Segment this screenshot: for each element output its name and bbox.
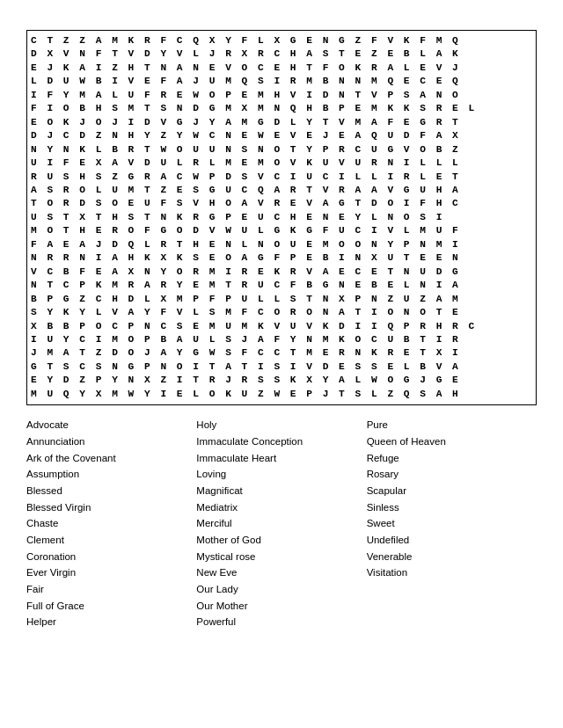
word-item: Our Lady [196, 582, 366, 597]
puzzle-grid: C T Z Z A M K R F C Q X Y F L X G E N G … [31, 34, 532, 401]
word-item: Sweet [367, 516, 537, 531]
word-item: Ever Virgin [26, 565, 196, 580]
word-item: Pure [367, 418, 537, 433]
word-item: Refuge [367, 451, 537, 466]
word-item: Assumption [26, 467, 196, 482]
word-item: Rosary [367, 467, 537, 482]
word-item: Undefiled [367, 533, 537, 548]
word-item: Immaculate Heart [196, 451, 366, 466]
word-column-0: AdvocateAnnunciationArk of the CovenantA… [26, 418, 196, 630]
word-item: Sinless [367, 500, 537, 515]
word-item: Merciful [196, 516, 366, 531]
word-item: Helper [26, 615, 196, 630]
word-item: Venerable [367, 550, 537, 564]
word-item: Mediatrix [196, 500, 366, 515]
word-item: Clement [26, 533, 196, 548]
word-item: Chaste [26, 516, 196, 531]
word-item: Magnificat [196, 484, 366, 499]
word-item: Loving [196, 467, 366, 482]
word-item: Mother of God [196, 533, 366, 548]
word-item: Scapular [367, 484, 537, 499]
word-column-2: PureQueen of HeavenRefugeRosaryScapularS… [367, 418, 537, 630]
word-item: Mystical rose [196, 550, 366, 564]
puzzle-container: C T Z Z A M K R F C Q X Y F L X G E N G … [26, 30, 537, 405]
word-list: AdvocateAnnunciationArk of the CovenantA… [26, 418, 537, 630]
word-item: Coronation [26, 550, 196, 564]
word-item: Queen of Heaven [367, 434, 537, 449]
word-item: Our Mother [196, 599, 366, 614]
word-item: Blessed Virgin [26, 500, 196, 515]
word-item: New Eve [196, 565, 366, 580]
word-item: Annunciation [26, 434, 196, 449]
word-item: Full of Grace [26, 599, 196, 614]
word-item: Holy [196, 418, 366, 433]
word-item: Fair [26, 582, 196, 597]
word-item: Blessed [26, 484, 196, 499]
page: C T Z Z A M K R F C Q X Y F L X G E N G … [0, 0, 563, 647]
word-column-1: HolyImmaculate ConceptionImmaculate Hear… [196, 418, 366, 630]
word-item: Advocate [26, 418, 196, 433]
word-item: Ark of the Covenant [26, 451, 196, 466]
word-item: Immaculate Conception [196, 434, 366, 449]
word-item: Visitation [367, 565, 537, 580]
word-item: Powerful [196, 615, 366, 630]
